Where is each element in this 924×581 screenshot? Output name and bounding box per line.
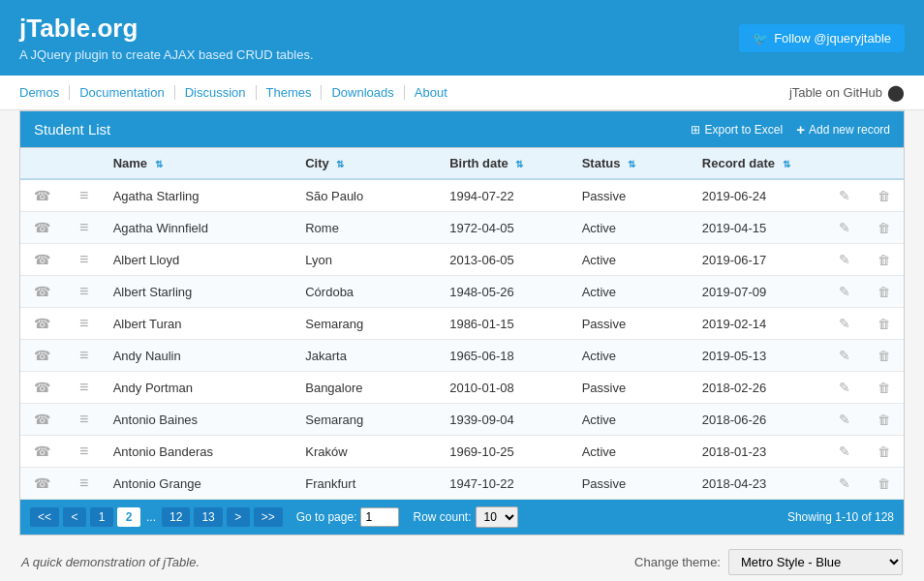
cell-birth: 1939-09-04	[440, 404, 572, 436]
phone-icon[interactable]	[34, 443, 50, 459]
phone-icon[interactable]	[34, 284, 50, 299]
city-sort-icon[interactable]	[336, 159, 344, 169]
th-record-date[interactable]: Record date	[693, 148, 825, 180]
table-row: Andy Portman Bangalore 2010-01-08 Passiv…	[20, 372, 904, 404]
page-next-button[interactable]: >	[227, 507, 250, 527]
name-sort-icon[interactable]	[155, 159, 163, 169]
jtable-title-bar: Student List Export to Excel Add new rec…	[20, 111, 904, 147]
edit-icon[interactable]	[839, 475, 850, 491]
list-icon-cell	[65, 212, 104, 244]
cell-city: Semarang	[295, 404, 440, 436]
list-icon[interactable]	[79, 380, 88, 395]
phone-icon[interactable]	[34, 220, 50, 235]
edit-icon[interactable]	[839, 380, 850, 395]
trash-icon[interactable]	[878, 316, 890, 331]
page-13-button[interactable]: 13	[194, 507, 222, 527]
trash-icon[interactable]	[878, 412, 890, 427]
edit-icon[interactable]	[839, 220, 850, 235]
th-city[interactable]: City	[295, 148, 440, 180]
list-icon[interactable]	[79, 348, 88, 363]
th-status[interactable]: Status	[572, 148, 693, 180]
delete-cell	[864, 468, 904, 500]
showing-info: Showing 1-10 of 128	[787, 510, 894, 524]
nav-about[interactable]: About	[405, 85, 457, 100]
list-icon-cell	[65, 436, 104, 468]
edit-icon[interactable]	[839, 348, 850, 363]
phone-icon[interactable]	[34, 412, 50, 427]
cell-status: Active	[572, 404, 693, 436]
quick-demo-text: A quick demonstration of jTable.	[21, 555, 200, 569]
birth-sort-icon[interactable]	[515, 159, 523, 169]
trash-icon[interactable]	[878, 284, 890, 299]
phone-icon[interactable]	[34, 380, 50, 395]
cell-record: 2018-06-26	[693, 404, 825, 436]
status-sort-icon[interactable]	[628, 159, 635, 169]
trash-icon[interactable]	[878, 380, 890, 395]
cell-status: Active	[572, 436, 693, 468]
page-prev-button[interactable]: <	[63, 507, 86, 527]
trash-icon[interactable]	[878, 348, 890, 363]
student-table: Name City Birth date Status	[20, 147, 904, 500]
phone-icon-cell	[20, 436, 65, 468]
table-row: Antonio Grange Frankfurt 1947-10-22 Pass…	[20, 468, 904, 500]
page-prev-prev-button[interactable]: <<	[30, 507, 59, 527]
phone-icon[interactable]	[34, 348, 50, 363]
list-icon[interactable]	[79, 220, 88, 235]
nav-downloads[interactable]: Downloads	[322, 85, 404, 100]
trash-icon[interactable]	[878, 220, 890, 235]
excel-icon	[691, 123, 700, 137]
cell-status: Active	[572, 212, 693, 244]
twitter-follow-button[interactable]: Follow @jqueryjtable	[739, 24, 905, 52]
page-2-button[interactable]: 2	[117, 507, 140, 527]
page-1-button[interactable]: 1	[90, 507, 113, 527]
page-12-button[interactable]: 12	[162, 507, 190, 527]
theme-select[interactable]: Metro Style - Blue Default Simple	[728, 549, 903, 575]
add-record-button[interactable]: Add new record	[796, 121, 890, 138]
nav-themes[interactable]: Themes	[257, 85, 323, 100]
list-icon[interactable]	[79, 412, 88, 427]
edit-icon[interactable]	[839, 412, 850, 427]
trash-icon[interactable]	[878, 443, 890, 459]
trash-icon[interactable]	[878, 252, 890, 267]
trash-icon[interactable]	[878, 188, 890, 203]
nav-demos[interactable]: Demos	[19, 85, 70, 100]
trash-icon[interactable]	[878, 475, 890, 491]
table-row: Agatha Starling São Paulo 1994-07-22 Pas…	[20, 179, 904, 212]
list-icon[interactable]	[79, 316, 88, 331]
export-excel-button[interactable]: Export to Excel	[691, 123, 783, 137]
list-icon[interactable]	[79, 443, 88, 459]
page-next-next-button[interactable]: >>	[254, 507, 283, 527]
twitter-follow-label: Follow @jqueryjtable	[774, 31, 891, 46]
cell-name: Andy Naulin	[104, 340, 296, 372]
list-icon[interactable]	[79, 475, 88, 491]
edit-icon[interactable]	[839, 284, 850, 299]
cell-birth: 1948-05-26	[440, 276, 572, 308]
cell-birth: 1965-06-18	[440, 340, 572, 372]
th-list-icon	[65, 148, 104, 180]
phone-icon[interactable]	[34, 475, 50, 491]
edit-icon[interactable]	[839, 252, 850, 267]
title-jtable: jTable	[19, 14, 90, 43]
th-birth-date[interactable]: Birth date	[440, 148, 572, 180]
phone-icon-cell	[20, 276, 65, 308]
list-icon[interactable]	[79, 252, 88, 267]
cell-city: Jakarta	[295, 340, 440, 372]
cell-city: Lyon	[295, 244, 440, 276]
nav-discussion[interactable]: Discussion	[175, 85, 257, 100]
go-to-input[interactable]	[360, 507, 399, 527]
phone-icon[interactable]	[34, 188, 50, 203]
cell-city: Rome	[295, 212, 440, 244]
phone-icon[interactable]	[34, 316, 50, 331]
phone-icon[interactable]	[34, 252, 50, 267]
edit-icon[interactable]	[839, 443, 850, 459]
record-sort-icon[interactable]	[783, 159, 790, 169]
nav-documentation[interactable]: Documentation	[70, 85, 174, 100]
list-icon[interactable]	[79, 188, 88, 203]
edit-icon[interactable]	[839, 316, 850, 331]
github-link[interactable]: jTable on GitHub	[789, 83, 905, 102]
th-name[interactable]: Name	[104, 148, 296, 180]
phone-icon-cell	[20, 340, 65, 372]
list-icon[interactable]	[79, 284, 88, 299]
row-count-select[interactable]: 10 25 50	[476, 506, 518, 528]
edit-icon[interactable]	[839, 188, 850, 203]
